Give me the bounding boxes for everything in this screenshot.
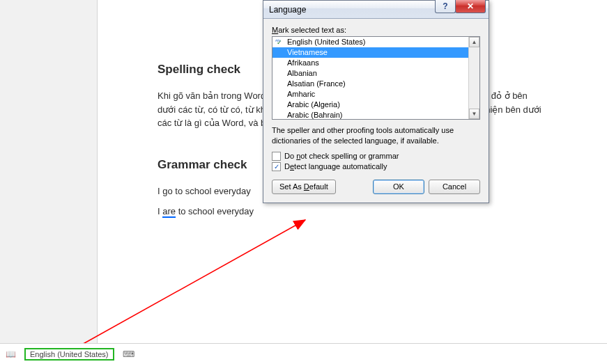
checkbox-icon — [272, 152, 281, 161]
spellcheck-icon — [275, 38, 285, 47]
dialog-hint-text: The speller and other proofing tools aut… — [272, 125, 480, 146]
status-language-indicator[interactable]: English (United States) — [24, 348, 114, 361]
grammar-error-word[interactable]: are — [162, 206, 176, 218]
scroll-down-button[interactable]: ▼ — [469, 109, 479, 119]
language-option[interactable]: Vietnamese — [272, 47, 468, 58]
paragraph-3: I are to school everyday — [157, 205, 547, 219]
language-option-label: Arabic (Bahrain) — [287, 110, 342, 119]
language-option[interactable]: Arabic (Bahrain) — [272, 110, 468, 119]
dialog-title: Language — [269, 5, 306, 15]
book-icon[interactable]: 📖 — [6, 349, 16, 359]
status-bar: 📖 English (United States) ⌨ — [0, 343, 607, 364]
macro-icon[interactable]: ⌨ — [123, 349, 135, 359]
language-option-label: Amharic — [287, 89, 315, 100]
language-option[interactable]: Arabic (Algeria) — [272, 100, 468, 110]
dialog-titlebar[interactable]: Language ? ✕ — [263, 1, 489, 19]
set-as-default-button[interactable]: Set As Default — [272, 180, 336, 194]
language-dialog: Language ? ✕ Mark selected text as: Engl… — [263, 0, 489, 203]
language-option[interactable]: Afrikaans — [272, 58, 468, 68]
close-button[interactable]: ✕ — [455, 0, 486, 13]
para3-post: to school everyday — [176, 206, 254, 216]
language-option-label: Arabic (Algeria) — [287, 100, 340, 110]
language-option[interactable]: Amharic — [272, 89, 468, 100]
cancel-button[interactable]: Cancel — [429, 180, 480, 194]
language-option-label: Alsatian (France) — [287, 79, 346, 89]
language-option[interactable]: Alsatian (France) — [272, 79, 468, 89]
checkbox-icon: ✓ — [272, 162, 281, 171]
language-listbox[interactable]: English (United States)VietnameseAfrikaa… — [272, 36, 480, 120]
left-margin-gutter — [0, 0, 98, 343]
detect-language-checkbox[interactable]: ✓ Detect language automatically — [272, 162, 480, 171]
language-option[interactable]: Albanian — [272, 68, 468, 79]
language-option-label: Afrikaans — [287, 58, 319, 68]
help-button[interactable]: ? — [435, 0, 456, 13]
mark-selected-label: Mark selected text as: — [272, 26, 480, 34]
scroll-up-button[interactable]: ▲ — [469, 37, 479, 47]
language-option-label: English (United States) — [287, 37, 366, 47]
listbox-scrollbar[interactable]: ▲ ▼ — [468, 37, 479, 119]
language-option-label: Albanian — [287, 68, 317, 79]
do-not-check-spelling-checkbox[interactable]: Do not check spelling or grammar — [272, 152, 480, 161]
ok-button[interactable]: OK — [373, 180, 424, 194]
language-option[interactable]: English (United States) — [272, 37, 468, 47]
language-option-label: Vietnamese — [287, 47, 328, 58]
